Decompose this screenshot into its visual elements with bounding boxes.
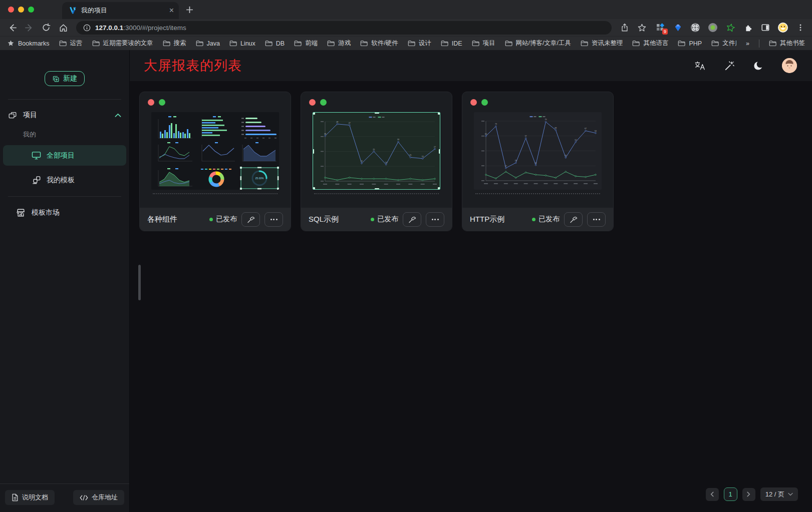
sidebar-item-template-market[interactable]: 模板市场 (0, 202, 129, 224)
extensions-puzzle-icon[interactable] (742, 22, 753, 33)
edit-project-button[interactable] (241, 212, 260, 227)
extension-star-icon[interactable] (725, 22, 736, 33)
edit-project-button[interactable] (564, 212, 583, 227)
project-title: 各种组件 (147, 215, 177, 224)
svg-text:60: 60 (485, 133, 487, 135)
page-info-icon[interactable] (83, 24, 91, 32)
docs-button[interactable]: 说明文档 (5, 490, 55, 505)
page-size-select[interactable]: 12 / 页 (760, 487, 798, 501)
magic-wand-icon[interactable] (724, 61, 734, 71)
bookmarks-divider (759, 40, 759, 48)
page-number-button[interactable]: 1 (724, 487, 737, 501)
bookmark-folder[interactable]: 软件/硬件 (360, 39, 398, 48)
translate-icon[interactable] (694, 61, 705, 71)
hammer-icon (408, 215, 416, 224)
bookmarks-overflow-chevron[interactable]: » (746, 40, 749, 47)
user-avatar[interactable] (782, 58, 797, 73)
copy-plus-icon (52, 75, 60, 83)
new-project-button[interactable]: 新建 (45, 71, 85, 86)
more-actions-button[interactable] (426, 212, 444, 227)
dotted-divider (314, 193, 439, 194)
project-card[interactable]: 38484715251433201927 SQL示例 (301, 92, 452, 231)
bookmark-folder[interactable]: 项目 (472, 39, 495, 48)
hammer-icon (569, 215, 578, 224)
chevron-up-icon[interactable] (115, 113, 121, 118)
close-window-button[interactable] (8, 7, 14, 13)
gauge-value: 25.00% (255, 177, 264, 180)
repo-button[interactable]: 仓库地址 (73, 490, 124, 505)
status-dot (209, 218, 213, 221)
bookmark-folder[interactable]: 前端 (294, 39, 318, 48)
minimize-window-button[interactable] (18, 7, 24, 13)
bookmark-folder[interactable]: IDE (441, 40, 462, 47)
bookmark-folder[interactable]: DB (265, 40, 285, 47)
svg-text:38: 38 (324, 133, 326, 135)
side-panel-icon[interactable] (760, 22, 771, 33)
bookmark-folder[interactable]: 近期需要读的文章 (92, 39, 153, 48)
card-footer: HTTP示例 已发布 (462, 208, 613, 231)
page-title: 大屏报表的列表 (144, 57, 242, 75)
bookmark-folder-label: Linux (240, 40, 255, 47)
bookmark-star-icon[interactable] (636, 22, 648, 34)
reload-button[interactable] (40, 22, 52, 34)
svg-text:47: 47 (349, 122, 351, 124)
bookmark-folder[interactable]: 运营 (59, 39, 83, 48)
other-bookmarks[interactable]: 其他书签 (769, 39, 805, 48)
selection-handle (313, 112, 315, 115)
card-window-dots (462, 92, 613, 106)
extension-command-icon[interactable] (690, 22, 701, 33)
bookmark-folder[interactable]: 其他语言 (632, 39, 668, 48)
more-actions-button[interactable] (264, 212, 283, 227)
browser-toolbar: 127.0.0.1:3000/#/project/items 9 (0, 19, 812, 36)
sidebar-subgroup-mine: 我的 (0, 128, 129, 141)
card-window-dots (301, 92, 452, 106)
bookmarks-root-label: Bookmarks (18, 40, 50, 47)
edit-project-button[interactable] (403, 212, 421, 227)
bookmark-folder[interactable]: Linux (229, 40, 255, 47)
sidebar-group-projects[interactable]: 项目 (0, 104, 129, 126)
home-button[interactable] (57, 22, 69, 34)
hammer-icon (246, 215, 255, 224)
maximize-window-button[interactable] (28, 7, 34, 13)
svg-text:27: 27 (434, 146, 436, 148)
sidebar-divider (8, 196, 121, 197)
bookmark-folder[interactable]: 设计 (408, 39, 431, 48)
project-card[interactable]: 607317245721796831526764 HTTP示例 已发布 (462, 92, 614, 231)
next-page-button[interactable] (742, 488, 755, 501)
sidebar-footer: 说明文档 仓库地址 (0, 483, 129, 512)
bookmarks-root[interactable]: Bookmarks (7, 40, 50, 47)
selection-handle (439, 149, 440, 154)
share-icon[interactable] (619, 22, 631, 34)
bookmark-folder[interactable]: Java (196, 40, 220, 47)
more-actions-button[interactable] (587, 212, 606, 227)
prev-page-button[interactable] (706, 488, 719, 501)
bookmark-folder[interactable]: PHP (678, 40, 702, 47)
back-button[interactable] (6, 22, 18, 34)
extension-grid-icon[interactable]: 9 (655, 22, 666, 33)
browser-menu-icon[interactable] (795, 22, 806, 33)
document-icon (12, 493, 19, 501)
bookmark-folder-label: 项目 (483, 39, 495, 48)
bookmark-folder[interactable]: 游戏 (327, 39, 351, 48)
tab-close-icon[interactable]: × (169, 7, 174, 15)
sidebar-item-my-templates[interactable]: 我的模板 (3, 170, 126, 190)
profile-avatar[interactable] (777, 22, 788, 33)
bookmark-folder[interactable]: 文件服务器 (711, 39, 736, 48)
forward-button[interactable] (23, 22, 35, 34)
new-tab-button[interactable] (186, 6, 193, 14)
dark-mode-moon-icon[interactable] (753, 61, 763, 71)
folder-icon (163, 40, 170, 47)
extension-record-icon[interactable] (707, 22, 718, 33)
bookmark-folder[interactable]: 搜索 (163, 39, 186, 48)
selection-handle (438, 112, 440, 115)
bookmark-folder[interactable]: 资讯未整理 (581, 39, 623, 48)
browser-tab[interactable]: 我的项目 × (62, 2, 179, 19)
folder-icon (229, 40, 237, 47)
bookmark-folder[interactable]: 网站/博客/文章/工具 (505, 39, 571, 48)
address-bar[interactable]: 127.0.0.1:3000/#/project/items (76, 21, 612, 35)
folder-icon (294, 40, 302, 47)
scrollbar-thumb[interactable] (138, 265, 141, 300)
project-card[interactable]: 25.00% 各种组件 已发布 (139, 92, 291, 231)
extension-gem-icon[interactable] (672, 22, 683, 33)
sidebar-item-all-projects[interactable]: 全部项目 (3, 145, 126, 166)
